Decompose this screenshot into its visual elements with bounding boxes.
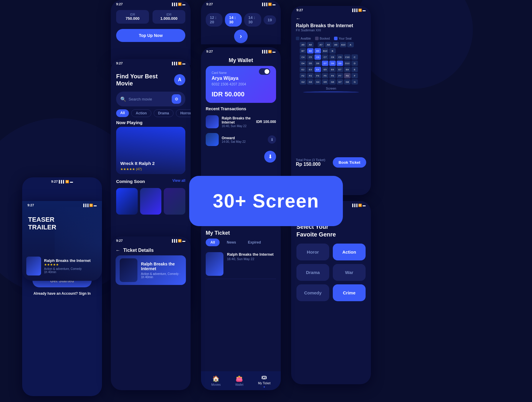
seat-f2[interactable]: F2 — [300, 73, 306, 78]
seat-c4[interactable]: C4 — [300, 54, 306, 60]
genre-tab-all[interactable]: All — [116, 109, 129, 117]
seat-c9[interactable]: C9 — [337, 54, 343, 60]
coming-soon-card-3[interactable] — [164, 188, 185, 215]
seat-c[interactable]: C — [351, 54, 358, 60]
coming-soon-row — [111, 188, 191, 215]
seat-b8[interactable]: B8 — [307, 48, 314, 54]
genre-crime[interactable]: Crime — [333, 284, 366, 301]
seat-e4[interactable]: E4 — [314, 67, 321, 72]
seat-c5[interactable]: C5 — [307, 54, 314, 60]
time-chip-1220[interactable]: 12 : 20 — [206, 13, 223, 27]
seat-g2[interactable]: G2 — [300, 79, 306, 85]
seat-d4[interactable]: D4 — [300, 61, 306, 66]
seat-c6[interactable]: C6 — [314, 54, 321, 60]
ticket-tab-expired[interactable]: Expired — [243, 239, 266, 246]
ticket-tab-news[interactable]: News — [222, 239, 241, 246]
seat-b[interactable]: B — [329, 48, 336, 54]
filter-button[interactable]: ⚙ — [172, 94, 181, 104]
seat-movie-title: Ralph Breaks the Internet — [296, 23, 366, 28]
seat-d7[interactable]: D7 — [322, 61, 328, 66]
nav-ticket-t[interactable]: 🎟 My Ticket — [258, 374, 270, 388]
ticket-detail-card: Ralph Breaks the Internet Action & adven… — [116, 255, 186, 285]
next-button[interactable]: › — [234, 30, 248, 43]
wallet-toggle[interactable] — [259, 68, 270, 75]
seat-d5[interactable]: D5 — [307, 61, 314, 66]
seat-e[interactable]: E — [351, 67, 358, 72]
seat-g3[interactable]: G3 — [307, 79, 314, 85]
seat-e5[interactable]: E5 — [322, 67, 328, 72]
seat-d[interactable]: D — [351, 61, 358, 66]
seat-f4[interactable]: F4 — [314, 73, 321, 78]
screen-line — [303, 91, 359, 93]
seat-a10[interactable]: A10 — [340, 42, 346, 47]
genre-tab-drama[interactable]: Drama — [154, 109, 173, 117]
sign-in-link[interactable]: Sign In — [79, 291, 91, 296]
seat-f5[interactable]: F5 — [322, 73, 328, 78]
seat-e8[interactable]: E8 — [344, 67, 351, 72]
back-button-tdetail[interactable]: ← — [116, 248, 120, 253]
nav-wallet-t[interactable]: 👛 Wallet — [235, 375, 243, 386]
ticket-tab-all[interactable]: All — [206, 239, 220, 246]
signal-onboard: ▐▐▐ 🛜 ▬ — [58, 180, 73, 183]
view-all-link[interactable]: View all — [172, 179, 185, 183]
genre-horor[interactable]: Horor — [296, 244, 329, 260]
time-chip-1430-selected[interactable]: 14 : 30 — [225, 13, 242, 27]
time-onboard: 9:27 — [51, 180, 58, 183]
seat-f7[interactable]: F7 — [337, 73, 343, 78]
seat-b10[interactable]: B10 — [322, 48, 328, 54]
featured-movie-card[interactable]: Wreck It Ralph 2 ★★★★★ (47) — [116, 127, 185, 174]
seat-f6[interactable]: F6 — [329, 73, 336, 78]
time-chip-1430[interactable]: 14 : 30 — [244, 13, 261, 27]
seat-a5[interactable]: A5 — [300, 42, 306, 47]
seat-g6[interactable]: G6 — [329, 79, 336, 85]
genre-action[interactable]: Action — [333, 244, 366, 260]
genre-tab-action[interactable]: Action — [131, 109, 151, 117]
status-bar-wallet-full: 9:27 ▐▐▐ 🛜 ▬ — [201, 47, 281, 54]
seat-g[interactable]: G — [351, 79, 358, 85]
seat-e2[interactable]: E2 — [300, 67, 306, 72]
genre-tab-horror[interactable]: Horror — [176, 109, 191, 117]
seat-g8[interactable]: G8 — [344, 79, 351, 85]
search-bar[interactable]: 🔍 Search movie ⚙ — [116, 92, 185, 106]
genre-war[interactable]: War — [333, 264, 366, 281]
seat-grid: A5 A6 A7 A8 A9 A10 A B7 B8 B9 B10 B C4 C… — [291, 42, 371, 154]
seat-d9[interactable]: D9 — [337, 61, 343, 66]
seat-e6[interactable]: E6 — [329, 67, 336, 72]
seat-d6[interactable]: D6 — [314, 61, 321, 66]
phone-time: 9:27 ▐▐▐ 🛜 ▬ 12 : 20 14 : 30 14 : 30 19 … — [201, 0, 281, 44]
seat-row-a: A5 A6 A7 A8 A9 A10 A — [294, 42, 368, 47]
seat-f[interactable]: F — [351, 73, 358, 78]
seat-e3[interactable]: E3 — [307, 67, 314, 72]
seat-g7[interactable]: G7 — [337, 79, 343, 85]
seat-f3[interactable]: F3 — [307, 73, 314, 78]
seat-a7[interactable]: A7 — [318, 42, 324, 47]
topup-button[interactable]: Top Up Now — [116, 29, 185, 42]
seat-g5[interactable]: G5 — [322, 79, 328, 85]
seat-a9[interactable]: A9 — [332, 42, 339, 47]
seat-b9[interactable]: B9 — [314, 48, 321, 54]
seat-e7[interactable]: E7 — [337, 67, 343, 72]
coming-soon-card-2[interactable] — [140, 188, 162, 215]
seat-b7[interactable]: B7 — [300, 48, 306, 54]
coming-soon-card-1[interactable] — [116, 188, 138, 215]
seat-a6[interactable]: A6 — [307, 42, 314, 47]
seat-c7[interactable]: C7 — [322, 54, 328, 60]
genre-drama[interactable]: Drama — [296, 264, 329, 281]
seat-d8[interactable]: D8 — [329, 61, 336, 66]
fab-download-button[interactable]: ⬇ — [264, 151, 276, 163]
movie-header-row: Find Your Best Movie A — [116, 73, 185, 87]
phone-my-ticket: 9:27 ▐▐▐ 🛜 ▬ My Ticket All News Expired … — [201, 219, 281, 390]
seat-a8[interactable]: A8 — [325, 42, 332, 47]
book-ticket-button[interactable]: Book Ticket — [333, 157, 366, 168]
seat-c8[interactable]: C8 — [329, 54, 336, 60]
seat-c10[interactable]: C10 — [344, 54, 351, 60]
back-button-seat[interactable]: ← — [296, 16, 366, 21]
time-chip-19[interactable]: 19 — [264, 15, 276, 25]
seat-f8[interactable]: F8 — [344, 73, 351, 78]
legend-booked: Booked — [315, 37, 330, 40]
seat-g4[interactable]: G4 — [314, 79, 321, 85]
seat-d10[interactable]: D10 — [344, 61, 351, 66]
nav-movies-t[interactable]: 🏠 Movies — [211, 375, 221, 386]
seat-au[interactable]: A — [347, 42, 354, 47]
genre-comedy[interactable]: Comedy — [296, 284, 329, 301]
